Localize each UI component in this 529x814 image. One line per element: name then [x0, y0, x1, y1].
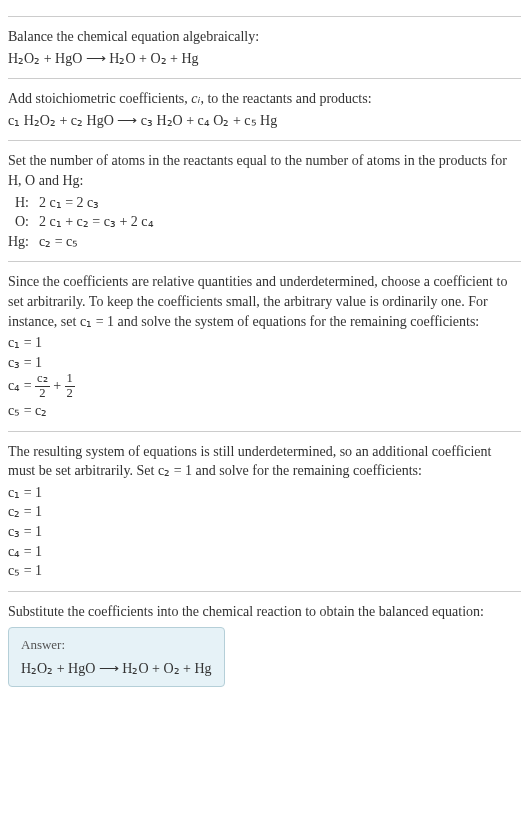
frac-den: 2: [35, 387, 50, 401]
section-balance-intro: Balance the chemical equation algebraica…: [8, 16, 521, 68]
solve1-eq2: c₃ = 1: [8, 353, 521, 373]
section-atom-balance: Set the number of atoms in the reactants…: [8, 140, 521, 251]
add-coeff-text-a: Add stoichiometric coefficients,: [8, 91, 191, 106]
frac-num: c₂: [35, 372, 50, 387]
atom-eq: 2 c₁ = 2 c₃: [39, 193, 154, 213]
atom-eq: 2 c₁ + c₂ = c₃ + 2 c₄: [39, 212, 154, 232]
atom-balance-text: Set the number of atoms in the reactants…: [8, 151, 521, 190]
solve2-eq4: c₄ = 1: [8, 542, 521, 562]
add-coeff-text: Add stoichiometric coefficients, cᵢ, to …: [8, 89, 521, 109]
coeff-equation: c₁ H₂O₂ + c₂ HgO ⟶ c₃ H₂O + c₄ O₂ + c₅ H…: [8, 111, 521, 131]
fraction: 12: [65, 372, 75, 401]
atom-balance-table: H: 2 c₁ = 2 c₃ O: 2 c₁ + c₂ = c₃ + 2 c₄ …: [8, 193, 154, 252]
c4-label: c₄ =: [8, 378, 35, 393]
balance-intro-text: Balance the chemical equation algebraica…: [8, 27, 521, 47]
solve2-text: The resulting system of equations is sti…: [8, 442, 521, 481]
add-coeff-text-b: , to the reactants and products:: [200, 91, 371, 106]
section-answer: Substitute the coefficients into the che…: [8, 591, 521, 687]
section-solve1: Since the coefficients are relative quan…: [8, 261, 521, 420]
section-add-coefficients: Add stoichiometric coefficients, cᵢ, to …: [8, 78, 521, 130]
fraction: c₂2: [35, 372, 50, 401]
section-solve2: The resulting system of equations is sti…: [8, 431, 521, 581]
solve1-text: Since the coefficients are relative quan…: [8, 272, 521, 331]
table-row: O: 2 c₁ + c₂ = c₃ + 2 c₄: [8, 212, 154, 232]
balance-equation: H₂O₂ + HgO ⟶ H₂O + O₂ + Hg: [8, 49, 521, 69]
frac-den: 2: [65, 387, 75, 401]
solve1-eq3: c₄ = c₂2 + 12: [8, 372, 521, 401]
answer-equation: H₂O₂ + HgO ⟶ H₂O + O₂ + Hg: [21, 659, 212, 679]
answer-label: Answer:: [21, 636, 212, 654]
frac-num: 1: [65, 372, 75, 387]
solve1-eq4: c₅ = c₂: [8, 401, 521, 421]
solve2-eq2: c₂ = 1: [8, 502, 521, 522]
solve1-eq1: c₁ = 1: [8, 333, 521, 353]
answer-intro: Substitute the coefficients into the che…: [8, 602, 521, 622]
atom-eq: c₂ = c₅: [39, 232, 154, 252]
solve2-eq1: c₁ = 1: [8, 483, 521, 503]
table-row: H: 2 c₁ = 2 c₃: [8, 193, 154, 213]
atom-label: O:: [8, 212, 39, 232]
answer-box: Answer: H₂O₂ + HgO ⟶ H₂O + O₂ + Hg: [8, 627, 225, 687]
solve2-eq5: c₅ = 1: [8, 561, 521, 581]
atom-label: Hg:: [8, 232, 39, 252]
solve2-eq3: c₃ = 1: [8, 522, 521, 542]
table-row: Hg: c₂ = c₅: [8, 232, 154, 252]
plus: +: [50, 378, 65, 393]
atom-label: H:: [8, 193, 39, 213]
